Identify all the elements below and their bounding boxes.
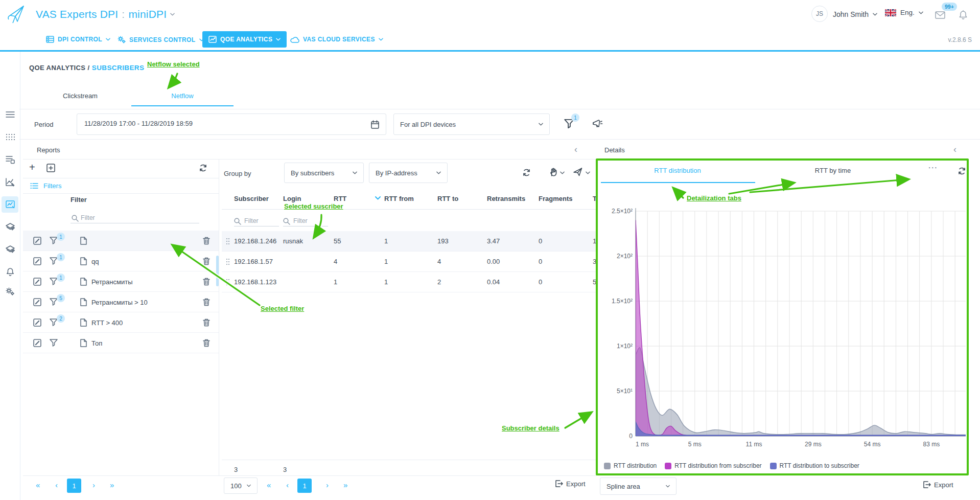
filter-row[interactable]: 1 qq — [23, 251, 219, 271]
table-page-last[interactable]: » — [343, 481, 347, 489]
nav-label: SERVICES CONTROL — [129, 36, 196, 43]
tab-rtt-distribution[interactable]: RTT distribution — [601, 166, 754, 175]
chart-type-select[interactable]: Spline area — [600, 478, 676, 495]
col-rtt-from[interactable]: RTT from — [384, 195, 437, 202]
megaphone-icon[interactable] — [592, 119, 603, 128]
edit-checkbox-icon[interactable] — [33, 298, 41, 306]
rtt-distribution-chart[interactable]: 05×10¹1×10²1.5×10²2×10²2.5×10²1 ms5 ms11… — [600, 194, 969, 455]
refresh-icon[interactable] — [199, 164, 207, 172]
nav-dpi-control[interactable]: DPI CONTROL — [40, 31, 116, 48]
trash-icon[interactable] — [203, 278, 210, 286]
period-range-input[interactable] — [84, 120, 360, 127]
col-fragments[interactable]: Fragments — [539, 195, 593, 202]
scrollbar-thumb[interactable] — [216, 256, 219, 286]
details-export-button[interactable]: Export — [923, 481, 953, 489]
table-row[interactable]: 192.168.1.123 1 1 2 0.04 0 5 — [222, 272, 597, 292]
hand-tool-icon[interactable] — [549, 167, 558, 177]
breadcrumb-current[interactable]: SUBSCRIBERS — [92, 64, 145, 72]
filter-row[interactable]: 1 — [23, 231, 219, 251]
svg-text:1.5×10²: 1.5×10² — [612, 298, 633, 305]
subscriber-filter[interactable] — [234, 216, 279, 226]
sidebar-grid-icon[interactable] — [6, 132, 15, 142]
calendar-icon[interactable] — [371, 120, 379, 129]
col-retransmits[interactable]: Retransmits — [487, 195, 539, 202]
table-page-prev[interactable]: ‹ — [286, 481, 289, 489]
trash-icon[interactable] — [203, 257, 210, 265]
filter-row[interactable]: 2 RTT > 400 — [23, 312, 219, 333]
edit-checkbox-icon[interactable] — [33, 278, 41, 286]
sidebar-chart-edit-icon[interactable] — [6, 177, 15, 187]
reports-page-last[interactable]: » — [110, 481, 114, 489]
dpi-device-select[interactable]: For all DPI devices — [393, 113, 550, 135]
col-login[interactable]: Login — [283, 195, 334, 202]
group-by-select-2[interactable]: By IP-address — [369, 163, 448, 183]
add-report-button[interactable]: + — [29, 162, 35, 173]
funnel-icon[interactable] — [50, 339, 58, 347]
reports-page-next[interactable]: › — [92, 481, 95, 489]
reports-page-prev[interactable]: ‹ — [55, 481, 58, 489]
refresh-icon[interactable] — [958, 167, 966, 175]
details-collapse-button[interactable]: ‹ — [953, 144, 956, 155]
send-icon[interactable] — [573, 168, 582, 176]
table-export-button[interactable]: Export — [555, 480, 586, 488]
drag-handle-icon[interactable] — [226, 279, 230, 286]
tab-clickstream[interactable]: Clickstream — [29, 92, 131, 100]
chevron-down-icon[interactable] — [586, 171, 590, 174]
edit-checkbox-icon[interactable] — [33, 339, 41, 347]
drag-handle-icon[interactable] — [226, 238, 230, 245]
trash-icon[interactable] — [203, 319, 210, 327]
tab-rtt-by-time[interactable]: RTT by time — [792, 166, 874, 175]
table-page-current[interactable]: 1 — [297, 479, 312, 493]
edit-checkbox-icon[interactable] — [33, 319, 41, 327]
chevron-down-icon[interactable] — [560, 171, 565, 174]
nav-vas-cloud-services[interactable]: VAS CLOUD SERVICES — [284, 31, 389, 48]
reports-filter-search[interactable] — [71, 213, 199, 223]
period-range-field[interactable] — [77, 113, 386, 135]
sidebar-notifications-icon[interactable] — [6, 267, 15, 277]
language-menu[interactable]: Eng. — [885, 9, 923, 16]
more-menu-button[interactable]: ⋯ — [928, 162, 938, 173]
avatar[interactable]: JS — [811, 6, 828, 22]
mail-icon[interactable] — [935, 11, 945, 19]
user-menu[interactable]: John Smith — [833, 10, 877, 18]
refresh-icon[interactable] — [522, 168, 531, 177]
sidebar-menu-icon[interactable] — [6, 110, 15, 119]
trash-icon[interactable] — [203, 339, 210, 347]
page-size-select[interactable]: 100 — [224, 478, 258, 494]
reports-page-first[interactable]: « — [36, 481, 40, 489]
bell-icon[interactable] — [959, 10, 968, 20]
edit-checkbox-icon[interactable] — [33, 237, 41, 245]
avatar-initials: JS — [816, 10, 823, 17]
table-row[interactable]: 192.168.1.57 4 1 4 0.00 0 3 — [222, 252, 597, 272]
nav-services-control[interactable]: SERVICES CONTROL — [111, 31, 210, 48]
table-page-first[interactable]: « — [267, 481, 271, 489]
filter-row[interactable]: 5 Ретрансмиты > 10 — [23, 292, 219, 312]
table-page-next[interactable]: › — [326, 481, 329, 489]
sidebar-settings-icon[interactable] — [6, 287, 15, 296]
tab-netflow[interactable]: Netflow — [131, 92, 234, 100]
filter-row[interactable]: 1 Ретрансмиты — [23, 271, 219, 292]
add-report-frame-icon[interactable] — [46, 164, 55, 172]
sidebar-layers-icon-1[interactable] — [6, 222, 15, 232]
table-row[interactable]: 192.168.1.246 rusnak 55 1 193 3.47 0 1 — [222, 231, 597, 252]
trash-icon[interactable] — [203, 298, 210, 306]
edit-checkbox-icon[interactable] — [33, 257, 41, 265]
sort-desc-icon[interactable] — [375, 196, 381, 200]
app-title[interactable]: VAS Experts DPI : miniDPI — [36, 8, 175, 20]
nav-qoe-analytics[interactable]: QOE ANALYTICS — [202, 31, 287, 48]
filters-group-toggle[interactable]: Filters — [30, 182, 61, 190]
login-filter[interactable] — [283, 216, 328, 226]
reports-page-current[interactable]: 1 — [67, 479, 81, 493]
drag-handle-icon[interactable] — [226, 258, 230, 265]
sidebar-report-list-icon[interactable] — [6, 155, 15, 164]
sidebar-analytics-icon[interactable] — [6, 200, 15, 209]
reports-search-input[interactable] — [71, 213, 199, 223]
trash-icon[interactable] — [203, 237, 210, 245]
svg-text:5 ms: 5 ms — [688, 441, 702, 448]
reports-collapse-button[interactable]: ‹ — [574, 144, 577, 155]
sidebar-layers-icon-2[interactable] — [6, 245, 15, 254]
col-subscriber[interactable]: Subscriber — [234, 195, 283, 202]
group-by-select-1[interactable]: By subscribers — [284, 163, 364, 183]
filter-row[interactable]: Топ — [23, 333, 219, 353]
col-rtt-to[interactable]: RTT to — [437, 195, 487, 202]
